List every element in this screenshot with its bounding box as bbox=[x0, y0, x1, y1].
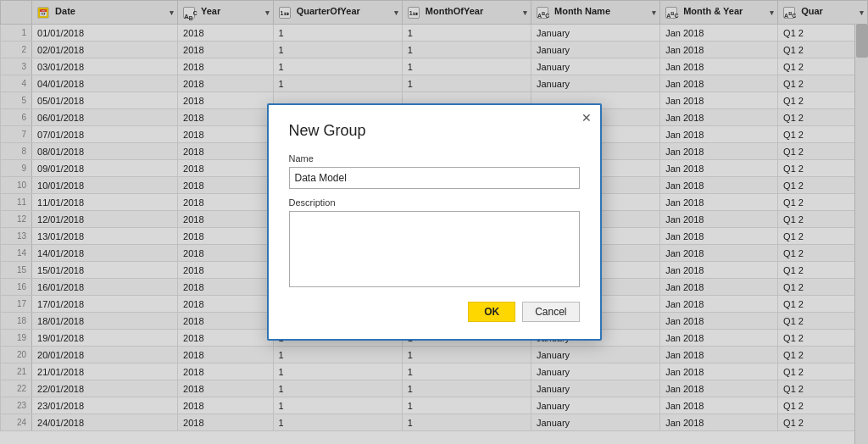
name-label: Name bbox=[289, 153, 580, 164]
ok-button[interactable]: OK bbox=[468, 302, 515, 322]
cancel-button[interactable]: Cancel bbox=[522, 302, 579, 322]
name-input[interactable] bbox=[289, 167, 580, 189]
modal-overlay: ✕ New Group Name Description OK Cancel bbox=[0, 0, 868, 444]
description-input[interactable] bbox=[289, 211, 580, 287]
new-group-modal: ✕ New Group Name Description OK Cancel bbox=[267, 103, 602, 341]
table-container: 📅 Date ▾ ABC Year ▾ 1₂₃ QuarterOfYear ▾ … bbox=[0, 0, 868, 444]
modal-buttons: OK Cancel bbox=[289, 302, 580, 322]
modal-close-button[interactable]: ✕ bbox=[581, 112, 592, 124]
description-label: Description bbox=[289, 197, 580, 208]
modal-title: New Group bbox=[289, 122, 580, 140]
